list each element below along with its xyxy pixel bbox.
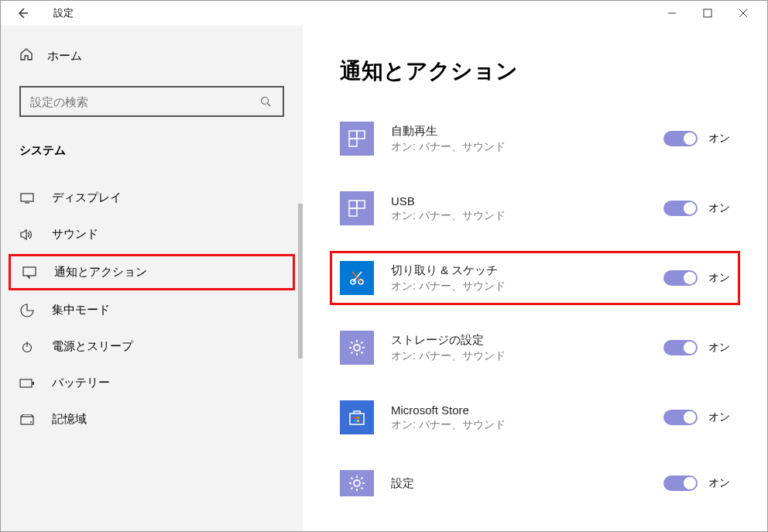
app-row-settings[interactable]: 設定 オン: [340, 470, 730, 496]
svg-point-43: [354, 480, 360, 486]
toggle-label: オン: [708, 410, 730, 424]
svg-rect-22: [349, 201, 357, 208]
svg-line-50: [351, 488, 353, 489]
snip-sketch-icon: [340, 261, 374, 295]
sidebar-item-power[interactable]: 電源とスリープ: [1, 328, 303, 365]
svg-point-18: [30, 421, 32, 423]
sidebar-item-sound[interactable]: サウンド: [1, 216, 303, 252]
svg-rect-2: [704, 9, 711, 17]
svg-line-51: [362, 478, 363, 479]
sidebar-item-label: 電源とスリープ: [52, 339, 133, 354]
svg-rect-14: [21, 417, 33, 424]
svg-rect-12: [20, 379, 32, 387]
search-input[interactable]: [30, 95, 258, 108]
toggle-label: オン: [708, 201, 730, 215]
svg-rect-42: [357, 420, 359, 422]
app-name: 自動再生: [391, 124, 646, 139]
sidebar-item-focus[interactable]: 集中モード: [1, 292, 303, 328]
svg-rect-7: [21, 194, 33, 201]
section-system: システム: [1, 136, 303, 166]
sidebar-item-storage[interactable]: 記憶域: [1, 401, 303, 438]
sidebar-item-label: 通知とアクション: [54, 265, 147, 280]
titlebar: 設定: [1, 1, 767, 26]
toggle-label: オン: [708, 271, 730, 285]
home-link[interactable]: ホーム: [1, 39, 303, 72]
sidebar-scrollbar[interactable]: [298, 204, 303, 359]
toggle-switch[interactable]: [663, 201, 698, 216]
app-name: Microsoft Store: [391, 403, 646, 417]
home-label: ホーム: [47, 49, 82, 63]
svg-line-34: [351, 342, 353, 344]
power-icon: [19, 341, 35, 353]
app-name: 設定: [391, 476, 646, 491]
gear-icon: [340, 331, 374, 365]
sidebar-item-label: 記憶域: [52, 412, 87, 427]
minimize-button[interactable]: [654, 1, 690, 26]
svg-rect-9: [23, 267, 36, 276]
svg-point-29: [354, 345, 360, 351]
svg-line-27: [353, 272, 362, 282]
sidebar-item-battery[interactable]: バッテリー: [1, 365, 303, 401]
app-row-ms-store[interactable]: Microsoft Store オン: バナー、サウンド オン: [340, 400, 730, 434]
svg-point-5: [261, 97, 268, 104]
display-icon: [19, 193, 35, 204]
svg-rect-40: [357, 417, 359, 419]
app-row-usb[interactable]: USB オン: バナー、サウンド オン: [340, 191, 730, 225]
svg-rect-39: [354, 417, 356, 419]
sidebar-item-notifications[interactable]: 通知とアクション: [9, 254, 295, 290]
focus-icon: [19, 304, 35, 317]
sound-icon: [19, 228, 35, 241]
sidebar-item-label: ディスプレイ: [52, 190, 122, 205]
toggle-label: オン: [708, 341, 730, 355]
search-box[interactable]: [19, 86, 284, 117]
toggle-switch[interactable]: [663, 131, 698, 146]
app-subtitle: オン: バナー、サウンド: [391, 280, 646, 293]
storage-icon: [19, 414, 35, 425]
app-row-storage-settings[interactable]: ストレージの設定 オン: バナー、サウンド オン: [340, 331, 730, 365]
sidebar-item-label: サウンド: [52, 227, 98, 242]
svg-rect-21: [349, 139, 357, 146]
svg-line-36: [351, 352, 353, 354]
app-row-snip-sketch[interactable]: 切り取り & スケッチ オン: バナー、サウンド オン: [330, 251, 740, 305]
svg-rect-19: [349, 131, 357, 139]
gear-icon: [340, 470, 374, 496]
app-subtitle: オン: バナー、サウンド: [391, 140, 646, 154]
app-subtitle: オン: バナー、サウンド: [391, 418, 646, 432]
svg-line-28: [352, 272, 361, 282]
toggle-switch[interactable]: [663, 475, 698, 491]
app-name: USB: [391, 194, 646, 208]
window-title: 設定: [53, 6, 74, 20]
toggle-switch[interactable]: [663, 410, 698, 425]
back-button[interactable]: [7, 1, 38, 26]
svg-line-35: [362, 352, 363, 354]
toggle-switch[interactable]: [663, 340, 698, 355]
svg-rect-13: [33, 382, 34, 385]
search-icon: [258, 96, 273, 108]
app-row-autoplay[interactable]: 自動再生 オン: バナー、サウンド オン: [340, 122, 730, 156]
content-pane: 通知とアクション 自動再生 オン: バナー、サウンド オン: [303, 26, 767, 531]
app-name: 切り取り & スケッチ: [391, 263, 646, 278]
svg-rect-23: [357, 201, 365, 208]
app-subtitle: オン: バナー、サウンド: [391, 209, 646, 223]
svg-line-6: [267, 103, 270, 106]
notifications-icon: [22, 266, 37, 279]
app-subtitle: オン: バナー、サウンド: [391, 349, 646, 363]
toggle-label: オン: [708, 132, 730, 146]
svg-line-37: [362, 342, 363, 344]
autoplay-icon: [340, 122, 374, 156]
svg-rect-20: [357, 131, 365, 139]
close-button[interactable]: [725, 1, 761, 26]
svg-line-48: [351, 478, 353, 479]
store-icon: [340, 400, 374, 434]
maximize-button[interactable]: [690, 1, 725, 26]
toggle-label: オン: [708, 476, 730, 490]
sidebar-item-display[interactable]: ディスプレイ: [1, 180, 303, 216]
sidebar-item-label: バッテリー: [52, 376, 110, 390]
svg-rect-24: [349, 208, 357, 216]
page-heading: 通知とアクション: [340, 57, 730, 86]
sidebar: ホーム システム ディスプレイ サウンド 通知とアクション 集中モード: [1, 26, 303, 531]
toggle-switch[interactable]: [663, 270, 698, 286]
svg-rect-41: [354, 420, 356, 422]
svg-line-49: [362, 488, 363, 489]
sidebar-item-label: 集中モード: [52, 303, 110, 317]
